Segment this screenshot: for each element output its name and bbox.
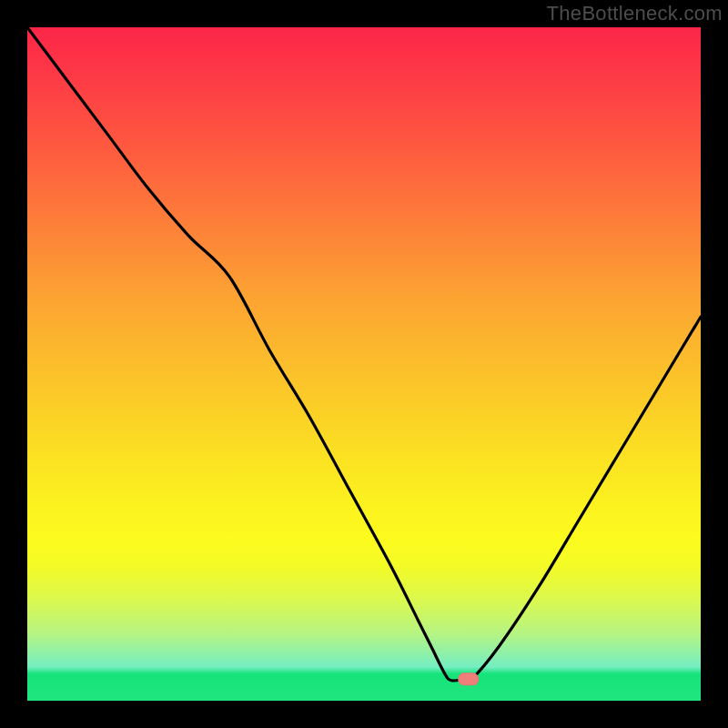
optimal-point-marker [459,673,479,685]
chart-frame: TheBottleneck.com [0,0,728,728]
bottleneck-curve-line [27,27,701,682]
plot-area [27,27,701,701]
watermark-text: TheBottleneck.com [547,2,723,25]
curve-svg [27,27,701,701]
